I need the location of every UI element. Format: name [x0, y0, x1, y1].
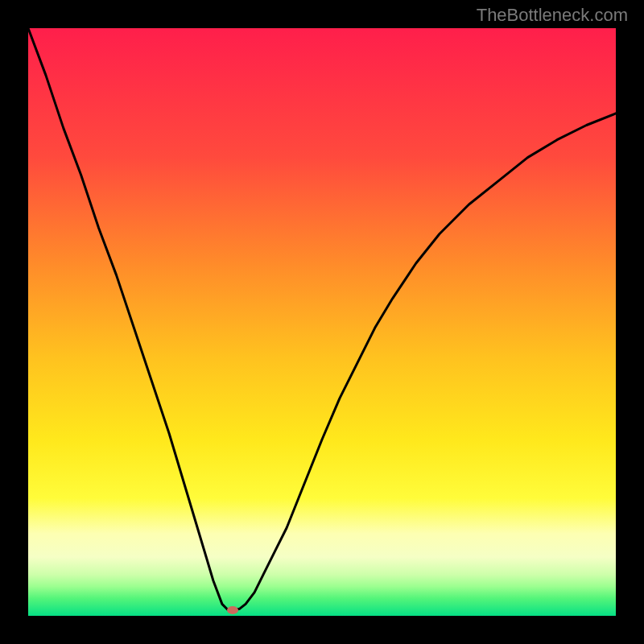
optimum-marker — [227, 606, 238, 614]
bottleneck-curve — [28, 28, 616, 610]
curve-layer — [28, 28, 616, 616]
outer-frame: TheBottleneck.com — [0, 0, 644, 644]
plot-area — [28, 28, 616, 616]
watermark-text: TheBottleneck.com — [477, 5, 628, 26]
